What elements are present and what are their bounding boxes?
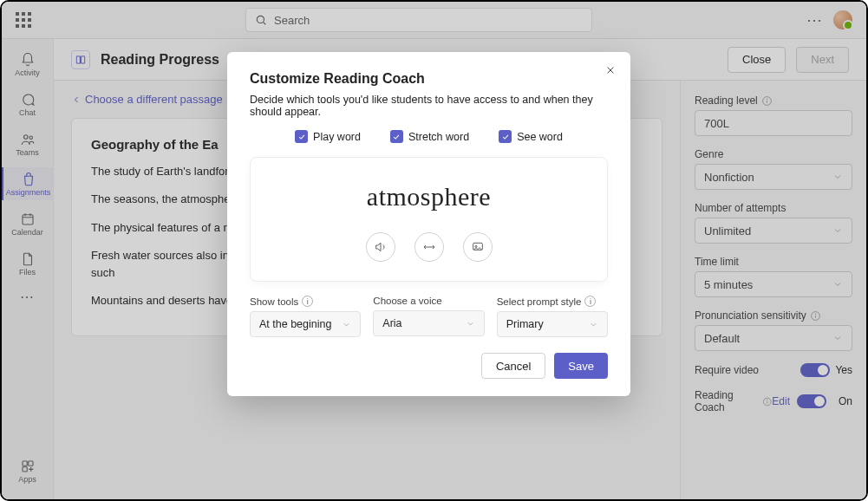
svg-point-0 [257,16,264,23]
settings-panel: Reading level 700L Genre Nonfiction Numb… [680,81,866,499]
info-icon: i [584,296,596,307]
calendar-icon [19,211,36,228]
close-icon[interactable] [604,64,617,80]
chat-icon [19,91,36,108]
svg-rect-9 [28,461,32,465]
chevron-down-icon [466,319,475,329]
search-placeholder: Search [274,14,310,27]
next-button[interactable]: Next [796,47,849,73]
app-launcher-icon[interactable] [16,12,31,28]
prompt-style-label: Select prompt stylei [497,296,608,307]
play-word-button[interactable] [366,232,395,262]
rail-label: Calendar [11,228,43,237]
rail-label: Assignments [6,188,51,197]
file-icon [19,250,36,268]
save-button[interactable]: Save [554,353,608,379]
chevron-down-icon [589,320,598,329]
search-icon [255,14,267,26]
chevron-down-icon [832,279,843,290]
bell-icon [19,51,36,68]
search-input[interactable]: Search [245,8,592,32]
rail-item-files[interactable]: Files [2,247,53,280]
rail-label: Files [19,268,36,277]
genre-select[interactable]: Nonfiction [695,164,852,190]
reading-coach-toggle[interactable] [797,394,826,408]
close-button[interactable]: Close [728,47,786,73]
pron-select[interactable]: Default [695,325,852,351]
apps-icon [19,458,36,475]
rail-item-calendar[interactable]: Calendar [2,207,53,240]
chevron-down-icon [832,172,843,182]
reading-coach-edit[interactable]: Edit [772,395,790,407]
checkbox-checked-icon [499,130,512,143]
rail-item-assignments[interactable]: Assignments [2,167,53,200]
checkbox-see-word[interactable]: See word [499,130,563,143]
page-title: Reading Progress [101,52,219,68]
timelimit-label: Time limit [695,256,852,268]
teams-icon [19,131,36,148]
rail-item-apps[interactable]: Apps [2,454,53,487]
rail-item-activity[interactable]: Activity [2,48,53,81]
show-tools-select[interactable]: At the begining [250,311,361,337]
svg-line-1 [264,23,266,25]
rail-label: Apps [18,475,36,484]
chevron-down-icon [832,225,843,236]
checkbox-stretch-word[interactable]: Stretch word [390,130,469,143]
chevron-left-icon [71,94,82,105]
stretch-word-button[interactable] [414,232,444,262]
rail-label: Chat [19,108,36,117]
timelimit-select[interactable]: 5 minutes [695,271,852,297]
avatar[interactable] [833,10,852,29]
prompt-style-select[interactable]: Primary [497,311,608,337]
svg-point-16 [815,314,816,315]
cancel-button[interactable]: Cancel [481,353,545,379]
assignments-icon [20,171,37,188]
checkbox-play-word[interactable]: Play word [295,130,361,143]
show-tools-label: Show toolsi [250,296,361,307]
svg-rect-8 [23,461,27,465]
rail-item-teams[interactable]: Teams [2,127,53,160]
svg-rect-10 [23,467,27,472]
choose-voice-label: Choose a voice [373,296,484,306]
svg-point-13 [767,99,767,100]
svg-point-2 [23,135,28,140]
app-rail: Activity Chat Teams Assignments Calendar… [2,39,54,499]
attempts-select[interactable]: Unlimited [695,218,852,244]
preview-word: atmosphere [367,182,491,211]
rail-label: Activity [15,68,40,77]
chevron-down-icon [342,320,351,329]
svg-rect-4 [23,215,33,224]
checkbox-checked-icon [295,130,308,143]
rail-more-icon[interactable]: ⋯ [20,289,35,305]
customize-reading-coach-modal: Customize Reading Coach Decide which too… [227,52,630,396]
preview-card: atmosphere [250,157,608,282]
info-icon: i [302,296,313,307]
reading-level-label: Reading level [695,94,852,107]
reading-coach-label: Reading Coach [695,389,772,413]
chevron-down-icon [832,333,843,343]
see-word-button[interactable] [463,232,493,262]
info-icon [762,396,773,407]
reading-progress-icon [71,50,90,69]
checkbox-checked-icon [390,130,403,143]
reading-level-input[interactable]: 700L [695,110,852,136]
more-icon[interactable]: ⋯ [806,10,823,29]
attempts-label: Number of attempts [695,202,852,214]
info-icon [761,95,773,107]
rail-item-chat[interactable]: Chat [2,88,53,120]
modal-subtitle: Decide which tools you'd like students t… [250,94,608,118]
modal-title: Customize Reading Coach [250,71,608,87]
require-video-toggle[interactable] [800,363,830,377]
pron-label: Pronunciation sensitivity [695,309,852,322]
require-video-label: Require video [695,364,759,376]
genre-label: Genre [695,148,852,160]
choose-voice-select[interactable]: Aria [373,310,484,336]
svg-point-3 [29,136,32,139]
rail-label: Teams [16,148,39,157]
info-icon [810,310,821,322]
